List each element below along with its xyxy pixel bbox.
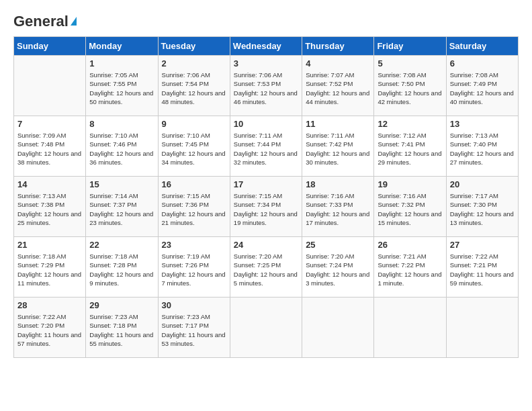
header-day-friday: Friday bbox=[374, 37, 446, 56]
day-info: Sunrise: 7:10 AMSunset: 7:46 PMDaylight:… bbox=[89, 131, 154, 167]
day-info: Sunrise: 7:23 AMSunset: 7:18 PMDaylight:… bbox=[89, 312, 154, 348]
day-info: Sunrise: 7:11 AMSunset: 7:42 PMDaylight:… bbox=[306, 131, 370, 167]
header-day-tuesday: Tuesday bbox=[158, 37, 230, 56]
day-info: Sunrise: 7:13 AMSunset: 7:38 PMDaylight:… bbox=[17, 191, 82, 227]
day-number: 24 bbox=[234, 240, 298, 250]
day-info: Sunrise: 7:20 AMSunset: 7:24 PMDaylight:… bbox=[306, 252, 370, 287]
calendar-cell: 30Sunrise: 7:23 AMSunset: 7:17 PMDayligh… bbox=[158, 298, 230, 358]
day-number: 5 bbox=[378, 58, 442, 68]
day-info: Sunrise: 7:19 AMSunset: 7:26 PMDaylight:… bbox=[162, 252, 226, 287]
header-day-saturday: Saturday bbox=[446, 37, 518, 56]
calendar-cell: 4Sunrise: 7:07 AMSunset: 7:52 PMDaylight… bbox=[302, 56, 374, 116]
day-number: 6 bbox=[450, 58, 515, 68]
calendar-cell: 28Sunrise: 7:22 AMSunset: 7:20 PMDayligh… bbox=[14, 298, 86, 358]
calendar-cell bbox=[230, 298, 302, 358]
day-info: Sunrise: 7:09 AMSunset: 7:48 PMDaylight:… bbox=[17, 131, 82, 167]
day-number: 22 bbox=[89, 240, 154, 250]
calendar-cell bbox=[374, 298, 446, 358]
day-number: 27 bbox=[450, 240, 515, 250]
calendar-cell: 27Sunrise: 7:22 AMSunset: 7:21 PMDayligh… bbox=[446, 237, 518, 298]
day-info: Sunrise: 7:05 AMSunset: 7:55 PMDaylight:… bbox=[89, 71, 154, 106]
calendar-cell: 10Sunrise: 7:11 AMSunset: 7:44 PMDayligh… bbox=[230, 116, 302, 177]
day-info: Sunrise: 7:06 AMSunset: 7:54 PMDaylight:… bbox=[162, 71, 226, 106]
calendar-cell: 23Sunrise: 7:19 AMSunset: 7:26 PMDayligh… bbox=[158, 237, 230, 298]
calendar-cell: 17Sunrise: 7:15 AMSunset: 7:34 PMDayligh… bbox=[230, 177, 302, 237]
calendar-cell: 8Sunrise: 7:10 AMSunset: 7:46 PMDaylight… bbox=[86, 116, 158, 177]
day-number: 3 bbox=[234, 58, 298, 68]
calendar-cell: 1Sunrise: 7:05 AMSunset: 7:55 PMDaylight… bbox=[86, 56, 158, 116]
day-info: Sunrise: 7:10 AMSunset: 7:45 PMDaylight:… bbox=[162, 131, 226, 167]
calendar-cell: 5Sunrise: 7:08 AMSunset: 7:50 PMDaylight… bbox=[374, 56, 446, 116]
day-info: Sunrise: 7:14 AMSunset: 7:37 PMDaylight:… bbox=[89, 191, 154, 227]
week-row: 28Sunrise: 7:22 AMSunset: 7:20 PMDayligh… bbox=[14, 298, 519, 358]
day-info: Sunrise: 7:08 AMSunset: 7:50 PMDaylight:… bbox=[378, 71, 442, 106]
day-number: 13 bbox=[450, 119, 515, 129]
day-number: 28 bbox=[17, 300, 82, 310]
day-number: 26 bbox=[378, 240, 442, 250]
day-number: 14 bbox=[17, 179, 82, 189]
day-info: Sunrise: 7:12 AMSunset: 7:41 PMDaylight:… bbox=[378, 131, 442, 167]
day-number: 1 bbox=[89, 58, 154, 68]
day-number: 2 bbox=[162, 58, 226, 68]
calendar-cell: 9Sunrise: 7:10 AMSunset: 7:45 PMDaylight… bbox=[158, 116, 230, 177]
calendar-cell: 20Sunrise: 7:17 AMSunset: 7:30 PMDayligh… bbox=[446, 177, 518, 237]
calendar-cell: 2Sunrise: 7:06 AMSunset: 7:54 PMDaylight… bbox=[158, 56, 230, 116]
day-number: 9 bbox=[162, 119, 226, 129]
week-row: 21Sunrise: 7:18 AMSunset: 7:29 PMDayligh… bbox=[14, 237, 519, 298]
calendar-cell bbox=[302, 298, 374, 358]
day-info: Sunrise: 7:08 AMSunset: 7:49 PMDaylight:… bbox=[450, 71, 515, 106]
logo-icon bbox=[71, 17, 77, 26]
calendar-cell: 21Sunrise: 7:18 AMSunset: 7:29 PMDayligh… bbox=[14, 237, 86, 298]
header-day-sunday: Sunday bbox=[14, 37, 86, 56]
day-number: 23 bbox=[162, 240, 226, 250]
header-day-wednesday: Wednesday bbox=[230, 37, 302, 56]
calendar-cell: 26Sunrise: 7:21 AMSunset: 7:22 PMDayligh… bbox=[374, 237, 446, 298]
day-info: Sunrise: 7:22 AMSunset: 7:20 PMDaylight:… bbox=[17, 312, 82, 348]
calendar-cell: 16Sunrise: 7:15 AMSunset: 7:36 PMDayligh… bbox=[158, 177, 230, 237]
calendar-cell: 3Sunrise: 7:06 AMSunset: 7:53 PMDaylight… bbox=[230, 56, 302, 116]
day-number: 11 bbox=[306, 119, 370, 129]
calendar-body: 1Sunrise: 7:05 AMSunset: 7:55 PMDaylight… bbox=[14, 56, 519, 358]
calendar-cell: 15Sunrise: 7:14 AMSunset: 7:37 PMDayligh… bbox=[86, 177, 158, 237]
calendar-cell: 6Sunrise: 7:08 AMSunset: 7:49 PMDaylight… bbox=[446, 56, 518, 116]
calendar-cell: 13Sunrise: 7:13 AMSunset: 7:40 PMDayligh… bbox=[446, 116, 518, 177]
day-number: 21 bbox=[17, 240, 82, 250]
calendar-cell bbox=[446, 298, 518, 358]
calendar-cell: 24Sunrise: 7:20 AMSunset: 7:25 PMDayligh… bbox=[230, 237, 302, 298]
day-number: 10 bbox=[234, 119, 298, 129]
day-info: Sunrise: 7:07 AMSunset: 7:52 PMDaylight:… bbox=[306, 71, 370, 106]
day-number: 30 bbox=[162, 300, 226, 310]
logo: General bbox=[13, 13, 77, 30]
day-info: Sunrise: 7:23 AMSunset: 7:17 PMDaylight:… bbox=[162, 312, 226, 348]
calendar-cell: 18Sunrise: 7:16 AMSunset: 7:33 PMDayligh… bbox=[302, 177, 374, 237]
week-row: 1Sunrise: 7:05 AMSunset: 7:55 PMDaylight… bbox=[14, 56, 519, 116]
day-info: Sunrise: 7:06 AMSunset: 7:53 PMDaylight:… bbox=[234, 71, 298, 106]
day-info: Sunrise: 7:18 AMSunset: 7:29 PMDaylight:… bbox=[17, 252, 82, 287]
calendar-cell bbox=[14, 56, 86, 116]
calendar-cell: 7Sunrise: 7:09 AMSunset: 7:48 PMDaylight… bbox=[14, 116, 86, 177]
header-row: SundayMondayTuesdayWednesdayThursdayFrid… bbox=[14, 37, 519, 56]
day-number: 20 bbox=[450, 179, 515, 189]
day-info: Sunrise: 7:16 AMSunset: 7:32 PMDaylight:… bbox=[378, 191, 442, 227]
calendar-cell: 22Sunrise: 7:18 AMSunset: 7:28 PMDayligh… bbox=[86, 237, 158, 298]
calendar-cell: 25Sunrise: 7:20 AMSunset: 7:24 PMDayligh… bbox=[302, 237, 374, 298]
calendar-cell: 14Sunrise: 7:13 AMSunset: 7:38 PMDayligh… bbox=[14, 177, 86, 237]
day-number: 12 bbox=[378, 119, 442, 129]
calendar-cell: 11Sunrise: 7:11 AMSunset: 7:42 PMDayligh… bbox=[302, 116, 374, 177]
day-info: Sunrise: 7:22 AMSunset: 7:21 PMDaylight:… bbox=[450, 252, 515, 287]
logo-text-general: General bbox=[13, 13, 69, 30]
day-number: 25 bbox=[306, 240, 370, 250]
day-info: Sunrise: 7:17 AMSunset: 7:30 PMDaylight:… bbox=[450, 191, 515, 227]
week-row: 7Sunrise: 7:09 AMSunset: 7:48 PMDaylight… bbox=[14, 116, 519, 177]
day-number: 7 bbox=[17, 119, 82, 129]
day-info: Sunrise: 7:16 AMSunset: 7:33 PMDaylight:… bbox=[306, 191, 370, 227]
day-number: 16 bbox=[162, 179, 226, 189]
day-number: 15 bbox=[89, 179, 154, 189]
header-day-monday: Monday bbox=[86, 37, 158, 56]
day-number: 17 bbox=[234, 179, 298, 189]
day-info: Sunrise: 7:20 AMSunset: 7:25 PMDaylight:… bbox=[234, 252, 298, 287]
week-row: 14Sunrise: 7:13 AMSunset: 7:38 PMDayligh… bbox=[14, 177, 519, 237]
day-info: Sunrise: 7:13 AMSunset: 7:40 PMDaylight:… bbox=[450, 131, 515, 167]
day-info: Sunrise: 7:15 AMSunset: 7:36 PMDaylight:… bbox=[162, 191, 226, 227]
day-info: Sunrise: 7:18 AMSunset: 7:28 PMDaylight:… bbox=[89, 252, 154, 287]
